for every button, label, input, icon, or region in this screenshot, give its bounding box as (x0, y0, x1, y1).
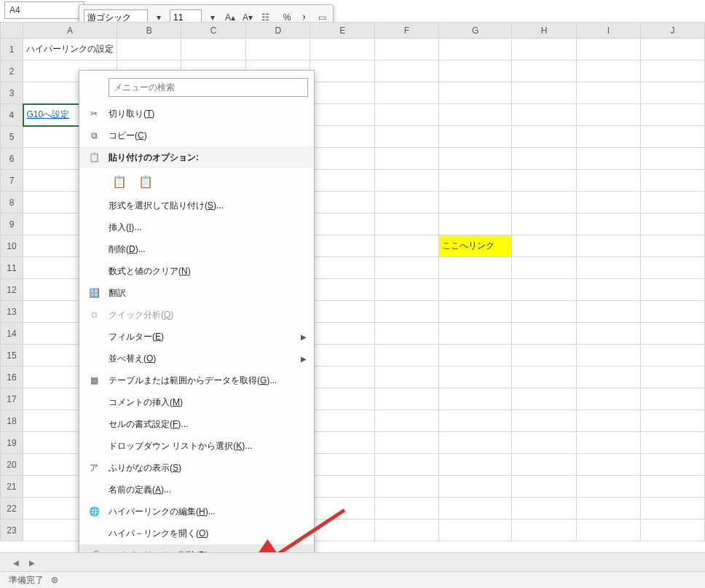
cell-F11[interactable] (374, 257, 438, 279)
cell-F21[interactable] (374, 476, 438, 498)
cell-E6[interactable] (310, 148, 374, 170)
col-header-D[interactable]: D (245, 23, 310, 39)
cell-G9[interactable] (439, 213, 512, 235)
tab-next-icon[interactable]: ▶ (29, 559, 35, 567)
cell-J16[interactable] (640, 366, 704, 388)
cell-J18[interactable] (640, 410, 704, 432)
cell-I16[interactable] (576, 366, 640, 388)
menu-item-挿入I[interactable]: 挿入(I)... (79, 216, 314, 238)
cell-E17[interactable] (310, 388, 374, 410)
cell-F22[interactable] (374, 498, 438, 520)
cell-E9[interactable] (310, 213, 374, 235)
cell-G16[interactable] (439, 366, 512, 388)
row-header-14[interactable]: 14 (1, 323, 23, 345)
cell-H8[interactable] (512, 192, 577, 213)
tab-prev-icon[interactable]: ◀ (13, 559, 19, 567)
cell-J11[interactable] (640, 257, 704, 279)
cell-H13[interactable] (512, 301, 577, 323)
cell-E18[interactable] (310, 410, 374, 432)
cell-I20[interactable] (576, 454, 640, 476)
cell-H18[interactable] (512, 410, 577, 432)
cell-G15[interactable] (439, 345, 512, 366)
cell-F9[interactable] (374, 213, 438, 235)
cell-H3[interactable] (512, 82, 577, 104)
paste-option-0-icon[interactable]: 📋 (111, 173, 127, 190)
cell-F16[interactable] (374, 366, 438, 388)
cell-E12[interactable] (310, 279, 374, 301)
cell-F10[interactable] (374, 235, 438, 257)
cell-J9[interactable] (640, 213, 704, 235)
cell-F2[interactable] (374, 60, 438, 82)
cell-J4[interactable] (640, 104, 704, 126)
cell-G1[interactable] (439, 39, 512, 60)
sheet-tab-strip[interactable]: ◀ ▶ (0, 552, 705, 572)
cell-H23[interactable] (512, 520, 577, 541)
row-header-8[interactable]: 8 (1, 192, 23, 213)
cell-F6[interactable] (374, 148, 438, 170)
cell-G2[interactable] (439, 60, 512, 82)
col-header-G[interactable]: G (439, 23, 512, 39)
cell-I9[interactable] (576, 213, 640, 235)
menu-search-input[interactable] (109, 78, 308, 97)
menu-item-コピC[interactable]: ⧉コピー(C) (79, 125, 314, 146)
cell-I11[interactable] (576, 257, 640, 279)
menu-item-セルの書式設定F[interactable]: セルの書式設定(F)... (79, 413, 314, 435)
cell-I8[interactable] (576, 192, 640, 213)
cell-J23[interactable] (640, 520, 704, 541)
row-header-18[interactable]: 18 (1, 410, 23, 432)
cell-H11[interactable] (512, 257, 577, 279)
cell-I22[interactable] (576, 498, 640, 520)
cell-J10[interactable] (640, 235, 704, 257)
cell-F13[interactable] (374, 301, 438, 323)
cell-A1[interactable]: ハイパーリンクの設定 (23, 39, 117, 60)
cell-I10[interactable] (576, 235, 640, 257)
cell-F3[interactable] (374, 82, 438, 104)
cell-H15[interactable] (512, 345, 577, 366)
cell-E2[interactable] (310, 60, 374, 82)
accessibility-icon[interactable]: ⊜ (51, 575, 58, 585)
cell-F19[interactable] (374, 432, 438, 454)
col-header-E[interactable]: E (310, 23, 374, 39)
cell-H21[interactable] (512, 476, 577, 498)
cell-E7[interactable] (310, 170, 374, 192)
cell-E21[interactable] (310, 476, 374, 498)
cell-J1[interactable] (640, 39, 704, 60)
row-header-4[interactable]: 4 (1, 104, 23, 126)
cell-J6[interactable] (640, 148, 704, 170)
cell-F7[interactable] (374, 170, 438, 192)
cell-F4[interactable] (374, 104, 438, 126)
cell-I5[interactable] (576, 126, 640, 148)
row-header-12[interactable]: 12 (1, 279, 23, 301)
cell-F8[interactable] (374, 192, 438, 213)
cell-I19[interactable] (576, 432, 640, 454)
cell-I18[interactable] (576, 410, 640, 432)
cell-F17[interactable] (374, 388, 438, 410)
row-header-5[interactable]: 5 (1, 126, 23, 148)
cell-J13[interactable] (640, 301, 704, 323)
cell-H5[interactable] (512, 126, 577, 148)
menu-item-フィルタE[interactable]: フィルター(E)▶ (79, 326, 314, 348)
cell-I7[interactable] (576, 170, 640, 192)
cell-E11[interactable] (310, 257, 374, 279)
row-header-21[interactable]: 21 (1, 476, 23, 498)
cell-H12[interactable] (512, 279, 577, 301)
cell-hyperlink[interactable]: G10へ設定 (27, 109, 70, 119)
cell-H19[interactable] (512, 432, 577, 454)
col-header-I[interactable]: I (576, 23, 640, 39)
row-header-3[interactable]: 3 (1, 82, 23, 104)
cell-G18[interactable] (439, 410, 512, 432)
col-header-F[interactable]: F (374, 23, 438, 39)
cell-I3[interactable] (576, 82, 640, 104)
cell-E16[interactable] (310, 366, 374, 388)
cell-G8[interactable] (439, 192, 512, 213)
cell-G23[interactable] (439, 520, 512, 541)
cell-I17[interactable] (576, 388, 640, 410)
cell-J22[interactable] (640, 498, 704, 520)
cell-E1[interactable] (310, 39, 374, 60)
cell-E10[interactable] (310, 235, 374, 257)
row-header-23[interactable]: 23 (1, 520, 23, 541)
cell-G14[interactable] (439, 323, 512, 345)
cell-G12[interactable] (439, 279, 512, 301)
cell-F23[interactable] (374, 520, 438, 541)
cell-J3[interactable] (640, 82, 704, 104)
